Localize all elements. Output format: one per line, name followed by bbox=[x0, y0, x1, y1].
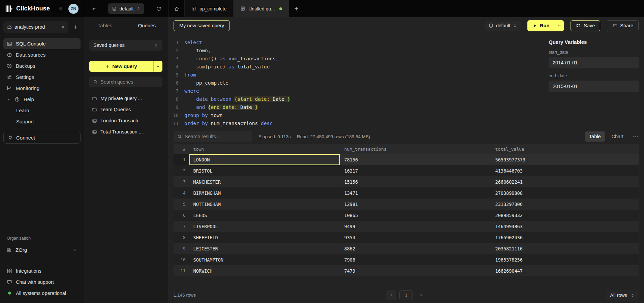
cell-total-value[interactable]: 56593977373 bbox=[491, 154, 639, 165]
cell-index[interactable]: 8 bbox=[174, 232, 189, 243]
editor-line[interactable]: 9 and {end_date: Date } bbox=[168, 103, 549, 111]
run-button[interactable]: Run bbox=[527, 20, 564, 31]
run-main[interactable]: Run bbox=[527, 20, 555, 31]
cell-town[interactable]: BIRMINGHAM bbox=[189, 187, 340, 199]
column-header-index[interactable]: # bbox=[174, 144, 189, 154]
editor-line[interactable]: 5from bbox=[168, 71, 549, 79]
cell-index[interactable]: 1 bbox=[174, 154, 189, 165]
add-service-button[interactable] bbox=[70, 22, 81, 32]
refresh-button[interactable] bbox=[154, 4, 163, 13]
cell-total-value[interactable]: 2703899808 bbox=[491, 187, 639, 199]
collapse-panel-button[interactable] bbox=[89, 4, 98, 13]
cell-town[interactable]: LONDON bbox=[189, 154, 340, 165]
cell-index[interactable]: 5 bbox=[174, 199, 189, 210]
editor-line[interactable]: 3 count() as num_transactions, bbox=[168, 55, 549, 63]
new-tab-button[interactable] bbox=[289, 0, 304, 17]
column-header-total-value[interactable]: total_value bbox=[491, 144, 639, 154]
editor-line[interactable]: 1select bbox=[168, 38, 549, 47]
saved-query-tab[interactable]: My new saved query bbox=[174, 20, 230, 31]
new-query-menu-button[interactable] bbox=[153, 61, 162, 72]
cell-total-value[interactable]: 1765902436 bbox=[491, 232, 639, 243]
cell-index[interactable]: 10 bbox=[174, 254, 189, 265]
new-query-button[interactable]: New query bbox=[89, 61, 162, 72]
cell-town[interactable]: LIVERPOOL bbox=[189, 221, 340, 232]
sidebar-item-sql-console[interactable]: SQL Console bbox=[3, 38, 81, 49]
saved-query-item-london-transacti[interactable]: London Transacti... bbox=[89, 115, 162, 126]
tab-queries[interactable]: Queries bbox=[126, 17, 168, 34]
cell-total-value[interactable]: 2035821116 bbox=[491, 243, 639, 254]
sidebar-item-integrations[interactable]: Integrations bbox=[3, 266, 81, 276]
column-header-num-transactions[interactable]: num_transactions bbox=[340, 144, 491, 154]
search-queries-field[interactable] bbox=[89, 77, 162, 87]
user-avatar[interactable]: ZN bbox=[68, 4, 79, 14]
sidebar-item-chat-with-support[interactable]: Chat with support bbox=[3, 277, 81, 287]
cell-num-transactions[interactable]: 9499 bbox=[340, 221, 491, 232]
topbar-database-selector[interactable]: default bbox=[108, 3, 144, 14]
cell-total-value[interactable]: 1662690447 bbox=[491, 265, 639, 276]
cell-index[interactable]: 2 bbox=[174, 165, 189, 176]
new-query-main[interactable]: New query bbox=[89, 61, 153, 72]
search-queries-input[interactable] bbox=[100, 79, 159, 85]
editor-database-selector[interactable]: default bbox=[485, 21, 521, 31]
editor-line[interactable]: 2 town, bbox=[168, 47, 549, 55]
sidebar-item-settings[interactable]: Settings bbox=[3, 71, 81, 83]
tab-untitled-query[interactable]: Untitled qu... bbox=[234, 0, 289, 17]
service-selector[interactable]: analytics-prod bbox=[3, 21, 68, 33]
sidebar-item-monitoring[interactable]: Monitoring bbox=[3, 83, 81, 94]
editor-line[interactable]: 8 date between {start_date: Date } bbox=[168, 95, 549, 103]
run-options-button[interactable] bbox=[555, 20, 564, 31]
editor-line[interactable]: 4 sum(price) as total_value bbox=[168, 63, 549, 71]
cell-index[interactable]: 4 bbox=[174, 187, 189, 199]
saved-query-item-team-queries[interactable]: Team Queries bbox=[89, 104, 162, 115]
previous-page-button[interactable] bbox=[386, 290, 396, 300]
cell-num-transactions[interactable]: 7479 bbox=[340, 265, 491, 276]
save-button[interactable]: Save bbox=[571, 20, 600, 31]
cell-index[interactable]: 9 bbox=[174, 243, 189, 254]
cell-index[interactable]: 7 bbox=[174, 221, 189, 232]
cell-town[interactable]: BRISTOL bbox=[189, 165, 340, 176]
editor-line[interactable]: 11order by num_transactions desc bbox=[168, 119, 549, 127]
saved-query-item-total-transaction[interactable]: Total Transaction ... bbox=[89, 126, 162, 137]
saved-query-item-my-private-query[interactable]: My private query ... bbox=[89, 93, 162, 104]
cell-num-transactions[interactable]: 8862 bbox=[340, 243, 491, 254]
cell-total-value[interactable]: 1464994863 bbox=[491, 221, 639, 232]
next-page-button[interactable] bbox=[416, 290, 426, 300]
table-view-button[interactable]: Table bbox=[585, 131, 605, 142]
sql-editor[interactable]: 1select2 town,3 count() as num_transacti… bbox=[168, 34, 549, 129]
home-button[interactable] bbox=[168, 0, 185, 17]
sidebar-item-data-sources[interactable]: Data sources bbox=[3, 49, 81, 60]
cell-index[interactable]: 3 bbox=[174, 176, 189, 187]
cell-num-transactions[interactable]: 10865 bbox=[340, 210, 491, 221]
cell-num-transactions[interactable]: 16217 bbox=[340, 165, 491, 176]
tab-tables[interactable]: Tables bbox=[84, 17, 126, 34]
connect-button[interactable]: Connect bbox=[3, 132, 81, 144]
cell-num-transactions[interactable]: 7908 bbox=[340, 254, 491, 265]
cell-index[interactable]: 11 bbox=[174, 265, 189, 276]
saved-queries-select[interactable]: Saved queries bbox=[89, 40, 162, 51]
share-button[interactable]: Share bbox=[607, 20, 639, 31]
editor-line[interactable]: 10group by town bbox=[168, 111, 549, 119]
cell-total-value[interactable]: 1965378256 bbox=[491, 254, 639, 265]
organization-selector[interactable]: ZOrg bbox=[3, 244, 81, 255]
cell-num-transactions[interactable]: 12981 bbox=[340, 199, 491, 210]
cell-town[interactable]: NOTTINGHAM bbox=[189, 199, 340, 210]
sidebar-item-help[interactable]: Help bbox=[3, 94, 81, 105]
cell-index[interactable]: 6 bbox=[174, 210, 189, 221]
cell-num-transactions[interactable]: 9354 bbox=[340, 232, 491, 243]
sidebar-item-support[interactable]: Support bbox=[3, 116, 81, 127]
sidebar-item-learn[interactable]: Learn bbox=[3, 105, 81, 116]
cell-town[interactable]: SHEFFIELD bbox=[189, 232, 340, 243]
cell-town[interactable]: NORWICH bbox=[189, 265, 340, 276]
cell-total-value[interactable]: 2089859332 bbox=[491, 210, 639, 221]
cell-num-transactions[interactable]: 15156 bbox=[340, 176, 491, 187]
cell-num-transactions[interactable]: 13471 bbox=[340, 187, 491, 199]
editor-line[interactable]: 7where bbox=[168, 87, 549, 95]
sidebar-item-all-systems-operational[interactable]: All systems operational bbox=[3, 288, 81, 298]
cell-town[interactable]: MANCHESTER bbox=[189, 176, 340, 187]
search-results-input[interactable] bbox=[185, 134, 249, 139]
chart-view-button[interactable]: Chart bbox=[607, 131, 628, 142]
page-number-input[interactable] bbox=[399, 290, 413, 300]
more-options-button[interactable]: ⋯ bbox=[633, 133, 639, 140]
cell-town[interactable]: LEEDS bbox=[189, 210, 340, 221]
start-date-input[interactable] bbox=[549, 57, 639, 68]
